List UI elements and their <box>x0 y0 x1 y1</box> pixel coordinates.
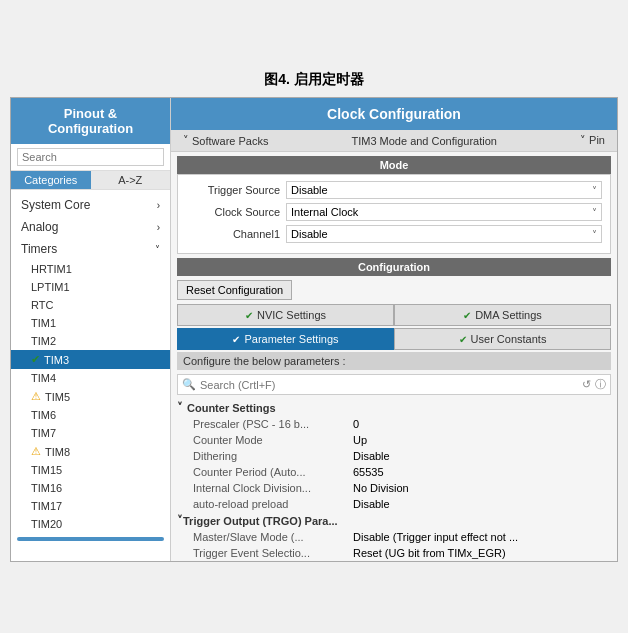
user-label: User Constants <box>471 333 547 345</box>
sidebar-item-tim2[interactable]: TIM2 <box>11 332 170 350</box>
trigger-source-label: Trigger Source <box>186 184 286 196</box>
param-label: Parameter Settings <box>244 333 338 345</box>
tim3-label: TIM3 <box>44 354 69 366</box>
sidebar-item-tim7[interactable]: TIM7 <box>11 424 170 442</box>
timers-label: Timers <box>21 242 57 256</box>
trigger-source-value: Disable <box>291 184 328 196</box>
dma-label: DMA Settings <box>475 309 542 321</box>
clock-source-label: Clock Source <box>186 206 286 218</box>
tim5-warn-icon: ⚠ <box>31 390 41 403</box>
channel1-select[interactable]: Disable ˅ <box>286 225 602 243</box>
clock-source-arrow: ˅ <box>592 207 597 218</box>
channel1-row: Channel1 Disable ˅ <box>186 225 602 243</box>
sidebar-section: System Core › Analog › Timers ˅ HRTIM1 L… <box>11 190 170 549</box>
outer-container: 图4. 启用定时器 Pinout & Configuration Categor… <box>0 61 628 572</box>
search-icon: 🔍 <box>182 378 196 391</box>
tabs-row: ✔ NVIC Settings ✔ DMA Settings <box>177 304 611 326</box>
hrtim1-label: HRTIM1 <box>31 263 72 275</box>
param-row-internal-clock: Internal Clock Division... No Division <box>177 480 611 496</box>
tim8-warn-icon: ⚠ <box>31 445 41 458</box>
sidebar-item-rtc[interactable]: RTC <box>11 296 170 314</box>
channel1-label: Channel1 <box>186 228 286 240</box>
tim1-label: TIM1 <box>31 317 56 329</box>
app-wrapper: Pinout & Configuration Categories A->Z S… <box>10 97 618 562</box>
system-core-chevron: › <box>157 200 160 211</box>
sidebar-item-tim3[interactable]: ✔ TIM3 <box>11 350 170 369</box>
sidebar-item-hrtim1[interactable]: HRTIM1 <box>11 260 170 278</box>
trigger-row-event-select: Trigger Event Selectio... Reset (UG bit … <box>177 545 611 561</box>
counter-settings-header[interactable]: ˅ Counter Settings <box>177 399 611 416</box>
pin-label: ˅ Pin <box>580 134 605 147</box>
system-core-label: System Core <box>21 198 90 212</box>
prescaler-value: 0 <box>353 418 611 430</box>
tim8-label: TIM8 <box>45 446 70 458</box>
sidebar-search <box>11 144 170 171</box>
mode-section-title: Mode <box>177 156 611 174</box>
prescaler-label: Prescaler (PSC - 16 b... <box>193 418 353 430</box>
internal-clock-label: Internal Clock Division... <box>193 482 353 494</box>
tim5-label: TIM5 <box>45 391 70 403</box>
counter-period-value: 65535 <box>353 466 611 478</box>
tab-user-constants[interactable]: ✔ User Constants <box>394 328 611 350</box>
trigger-source-arrow: ˅ <box>592 185 597 196</box>
trigger-source-row: Trigger Source Disable ˅ <box>186 181 602 199</box>
sidebar-categories: Categories A->Z <box>11 171 170 190</box>
search-input[interactable] <box>17 148 164 166</box>
master-slave-value: Disable (Trigger input effect not ... <box>353 531 611 543</box>
channel1-value: Disable <box>291 228 328 240</box>
chevron-down-icon: ˅ <box>183 134 189 147</box>
dithering-value: Disable <box>353 450 611 462</box>
auto-reload-label: auto-reload preload <box>193 498 353 510</box>
param-check-icon: ✔ <box>232 334 240 345</box>
sidebar-item-tim15[interactable]: TIM15 <box>11 461 170 479</box>
trigger-source-select[interactable]: Disable ˅ <box>286 181 602 199</box>
sidebar-item-tim6[interactable]: TIM6 <box>11 406 170 424</box>
config-section-title: Configuration <box>177 258 611 276</box>
main-content: Clock Configuration ˅ Software Packs TIM… <box>171 98 617 561</box>
sidebar-item-tim20[interactable]: TIM20 <box>11 515 170 533</box>
clock-source-row: Clock Source Internal Clock ˅ <box>186 203 602 221</box>
tim15-label: TIM15 <box>31 464 62 476</box>
tabs-row-2: ✔ Parameter Settings ✔ User Constants <box>177 328 611 350</box>
sub-header: ˅ Software Packs TIM3 Mode and Configura… <box>171 130 617 152</box>
nvic-label: NVIC Settings <box>257 309 326 321</box>
software-packs-btn[interactable]: ˅ Software Packs <box>183 134 268 147</box>
sidebar-item-tim5[interactable]: ⚠ TIM5 <box>11 387 170 406</box>
sidebar-item-lptim1[interactable]: LPTIM1 <box>11 278 170 296</box>
param-row-counter-mode: Counter Mode Up <box>177 432 611 448</box>
sidebar-item-timers[interactable]: Timers ˅ <box>11 238 170 260</box>
sidebar-item-system-core[interactable]: System Core › <box>11 194 170 216</box>
tim16-label: TIM16 <box>31 482 62 494</box>
sidebar-item-tim16[interactable]: TIM16 <box>11 479 170 497</box>
tim4-label: TIM4 <box>31 372 56 384</box>
reset-config-btn[interactable]: Reset Configuration <box>177 280 292 300</box>
page-title: 图4. 启用定时器 <box>10 71 618 89</box>
sidebar-item-tim1[interactable]: TIM1 <box>11 314 170 332</box>
trigger-event-label: Trigger Event Selectio... <box>193 547 353 559</box>
sidebar-item-analog[interactable]: Analog › <box>11 216 170 238</box>
sidebar: Pinout & Configuration Categories A->Z S… <box>11 98 171 561</box>
trigger-event-value: Reset (UG bit from TIMx_EGR) <box>353 547 611 559</box>
master-slave-label: Master/Slave Mode (... <box>193 531 353 543</box>
sidebar-item-tim8[interactable]: ⚠ TIM8 <box>11 442 170 461</box>
dithering-label: Dithering <box>193 450 353 462</box>
lptim1-label: LPTIM1 <box>31 281 70 293</box>
software-packs-label: Software Packs <box>192 135 268 147</box>
tab-parameter-settings[interactable]: ✔ Parameter Settings <box>177 328 394 350</box>
config-section: Reset Configuration ✔ NVIC Settings ✔ DM… <box>177 280 611 561</box>
tab-dma-settings[interactable]: ✔ DMA Settings <box>394 304 611 326</box>
params-bar: Configure the below parameters : <box>177 352 611 370</box>
trigger-output-header[interactable]: ˅ Trigger Output (TRGO) Para... <box>177 512 611 529</box>
channel1-arrow: ˅ <box>592 229 597 240</box>
sidebar-item-tim17[interactable]: TIM17 <box>11 497 170 515</box>
tab-nvic-settings[interactable]: ✔ NVIC Settings <box>177 304 394 326</box>
refresh-icon[interactable]: ↺ <box>582 378 591 391</box>
param-search-input[interactable] <box>200 379 578 391</box>
sidebar-item-tim4[interactable]: TIM4 <box>11 369 170 387</box>
az-btn[interactable]: A->Z <box>91 171 171 189</box>
param-row-counter-period: Counter Period (Auto... 65535 <box>177 464 611 480</box>
sidebar-header: Pinout & Configuration <box>11 98 170 144</box>
tim3-check-icon: ✔ <box>31 353 40 366</box>
categories-btn[interactable]: Categories <box>11 171 91 189</box>
clock-source-select[interactable]: Internal Clock ˅ <box>286 203 602 221</box>
